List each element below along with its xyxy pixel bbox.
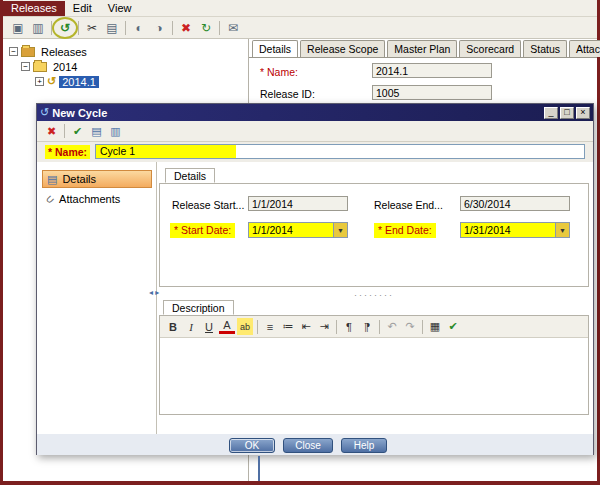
ok-button[interactable]: OK — [229, 438, 275, 453]
window-border-bottom — [0, 481, 600, 485]
new-release-folder-icon[interactable]: ▣ — [9, 19, 27, 37]
release-icon: ↺ — [47, 75, 56, 88]
chevron-down-icon[interactable]: ▼ — [555, 223, 569, 237]
dialog-tab-details[interactable]: Details — [165, 168, 215, 183]
tree-row-2014-1[interactable]: + ↺ 2014.1 — [3, 74, 248, 89]
close-icon[interactable]: × — [576, 107, 590, 119]
release-tab-strip: Details Release Scope Master Plan Scorec… — [252, 40, 600, 57]
paragraph-rtl-icon[interactable]: ¶ — [359, 318, 375, 335]
release-name-field[interactable]: 2014.1 — [372, 63, 492, 78]
folder-icon — [33, 62, 47, 72]
delete-icon[interactable]: ✖ — [177, 19, 195, 37]
background-splitter-line — [258, 456, 260, 481]
chevron-down-icon[interactable]: ▼ — [333, 223, 347, 237]
refresh-icon[interactable]: ↻ — [197, 19, 215, 37]
cycle-name-row: * Name: Cycle 1 — [37, 142, 593, 162]
tree-label-2014-1[interactable]: 2014.1 — [59, 76, 99, 88]
spell-check-icon[interactable]: ✔ — [445, 318, 461, 335]
redo-icon[interactable]: ↷ — [402, 318, 418, 335]
new-cycle-icon[interactable]: ↺ — [56, 19, 74, 37]
thesaurus-icon[interactable]: ▥ — [107, 123, 124, 140]
root-folder-icon — [21, 47, 35, 57]
send-by-email-icon[interactable]: ✉ — [224, 19, 242, 37]
stop-timer-icon[interactable]: ◑ — [150, 19, 168, 37]
collapse-icon[interactable]: − — [9, 47, 18, 56]
sidebar-item-attachments[interactable]: ∪ Attachments — [42, 190, 152, 208]
spelling-icon[interactable]: ✔ — [69, 123, 86, 140]
release-start-label: Release Start... — [172, 199, 244, 211]
end-date-combo[interactable]: 1/31/2014 ▼ — [460, 222, 570, 238]
splitter-handle-icon[interactable]: ◂ ▸ — [149, 288, 159, 297]
cycle-icon: ↺ — [40, 106, 49, 119]
dialog-button-bar: OK Close Help — [37, 434, 593, 455]
close-button[interactable]: Close — [283, 438, 333, 453]
sidebar-item-details[interactable]: ▤ Details — [42, 170, 152, 188]
bullet-list-icon[interactable]: ≡ — [262, 318, 278, 335]
indent-icon[interactable]: ⇥ — [316, 318, 332, 335]
new-release-icon[interactable]: ▥ — [29, 19, 47, 37]
release-name-label: * Name: — [260, 66, 298, 78]
start-timer-icon[interactable]: ◐ — [130, 19, 148, 37]
tree-label-releases[interactable]: Releases — [38, 46, 90, 58]
paragraph-ltr-icon[interactable]: ¶ — [341, 318, 357, 335]
menu-edit[interactable]: Edit — [65, 1, 100, 16]
menu-view[interactable]: View — [100, 1, 140, 16]
start-date-label: * Start Date: — [170, 223, 235, 238]
dialog-title-bar[interactable]: ↺ New Cycle _ □ × — [37, 104, 593, 121]
italic-icon[interactable]: I — [183, 318, 199, 335]
tree-row-releases-root[interactable]: − Releases — [3, 44, 248, 59]
spelling-options-icon[interactable]: ▤ — [88, 123, 105, 140]
bold-icon[interactable]: B — [165, 318, 181, 335]
minimize-icon[interactable]: _ — [544, 107, 558, 119]
release-end-field: 6/30/2014 — [460, 196, 570, 211]
toolbar-separator — [172, 21, 173, 35]
toolbar-separator — [422, 320, 423, 334]
toolbar-separator — [78, 21, 79, 35]
start-date-value: 1/1/2014 — [249, 223, 333, 237]
end-date-value: 1/31/2014 — [461, 223, 555, 237]
cut-icon[interactable]: ✂ — [83, 19, 101, 37]
tab-scorecard[interactable]: Scorecard — [459, 40, 521, 57]
tree-label-2014[interactable]: 2014 — [50, 61, 80, 73]
expand-icon[interactable]: + — [35, 77, 44, 86]
description-tab[interactable]: Description — [163, 300, 234, 315]
description-panel: B I U A ab ≡ ≔ ⇤ ⇥ ¶ ¶ ↶ ↷ ▦ ✔ — [159, 315, 589, 415]
font-color-icon[interactable]: A — [219, 320, 235, 334]
release-end-label: Release End... — [374, 199, 443, 211]
undo-icon[interactable]: ↶ — [384, 318, 400, 335]
toolbar-separator — [125, 21, 126, 35]
tree-row-2014[interactable]: − 2014 — [3, 59, 248, 74]
highlight-icon[interactable]: ab — [237, 318, 253, 335]
release-id-field: 1005 — [372, 85, 492, 100]
toolbar-separator — [64, 124, 65, 138]
releases-tree: − Releases − 2014 + ↺ 2014.1 — [3, 39, 248, 103]
paste-icon[interactable]: ▤ — [103, 19, 121, 37]
tab-master-plan[interactable]: Master Plan — [387, 40, 457, 57]
insert-table-icon[interactable]: ▦ — [427, 318, 443, 335]
sidebar-item-label: Attachments — [59, 193, 120, 205]
horizontal-splitter[interactable]: ········ — [159, 290, 589, 300]
tab-release-scope[interactable]: Release Scope — [300, 40, 385, 57]
maximize-icon[interactable]: □ — [560, 107, 574, 119]
help-button[interactable]: Help — [341, 438, 387, 453]
numbered-list-icon[interactable]: ≔ — [280, 318, 296, 335]
menu-releases[interactable]: Releases — [3, 1, 65, 16]
cycle-name-input[interactable]: Cycle 1 — [95, 144, 585, 159]
tab-status[interactable]: Status — [523, 40, 567, 57]
sidebar-item-label: Details — [62, 173, 96, 185]
toolbar-separator — [336, 320, 337, 334]
tab-details[interactable]: Details — [252, 40, 298, 57]
tab-attachments[interactable]: Attachments — [569, 40, 600, 57]
cycle-name-value: Cycle 1 — [96, 145, 236, 158]
collapse-icon[interactable]: − — [21, 62, 30, 71]
attachment-icon: ∪ — [43, 192, 58, 207]
menu-bar: Releases Edit View — [3, 0, 597, 17]
underline-icon[interactable]: U — [201, 318, 217, 335]
new-cycle-dialog: ↺ New Cycle _ □ × ✖ ✔ ▤ ▥ * Name: Cycle … — [36, 103, 594, 455]
outdent-icon[interactable]: ⇤ — [298, 318, 314, 335]
clear-icon[interactable]: ✖ — [43, 123, 60, 140]
description-editor[interactable] — [160, 338, 588, 414]
dialog-sidebar: ▤ Details ∪ Attachments — [37, 162, 157, 434]
start-date-combo[interactable]: 1/1/2014 ▼ — [248, 222, 348, 238]
cycle-name-label: * Name: — [45, 145, 90, 159]
